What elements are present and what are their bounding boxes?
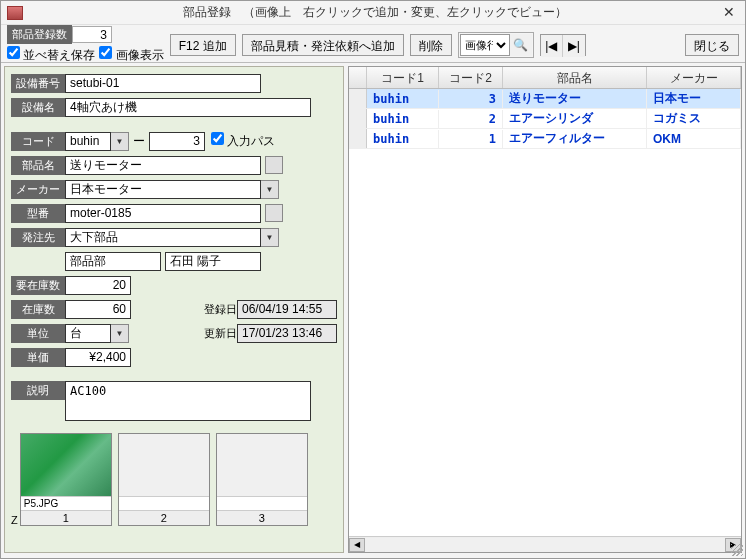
thumbnail-caption	[217, 496, 307, 510]
cell-code1: buhin	[367, 110, 439, 128]
code-input[interactable]	[65, 132, 111, 151]
part-name-input[interactable]	[65, 156, 261, 175]
model-input[interactable]	[65, 204, 261, 223]
price-label: 単価	[11, 348, 65, 367]
toolbar: 部品登録数 3 並べ替え保存 画像表示 F12 追加 部品見積・発注依頼へ追加 …	[1, 25, 745, 63]
cell-code2: 3	[439, 90, 503, 108]
thumbnail-image[interactable]	[119, 434, 209, 496]
grid-panel: コード1 コード2 部品名 メーカー buhin3送りモーター日本モーbuhin…	[348, 66, 742, 553]
cell-name: 送りモーター	[503, 89, 647, 109]
resize-grip-icon[interactable]	[731, 544, 743, 556]
unit-input[interactable]	[65, 324, 111, 343]
rowsel-header	[349, 67, 367, 88]
reg-count-value: 3	[72, 26, 112, 43]
thumbnail-caption: P5.JPG	[21, 496, 111, 510]
f12-add-button[interactable]: F12 追加	[170, 34, 236, 56]
thumbnail-item[interactable]: 2	[118, 433, 210, 526]
part-name-lookup-button[interactable]	[265, 156, 283, 174]
grid-body[interactable]: buhin3送りモーター日本モーbuhin2エアーシリンダコガミスbuhin1エ…	[349, 89, 741, 536]
row-selector[interactable]	[349, 89, 367, 108]
model-lookup-button[interactable]	[265, 204, 283, 222]
cell-maker: OKM	[647, 130, 741, 148]
price-input[interactable]	[65, 348, 131, 367]
dept-input[interactable]	[65, 252, 161, 271]
close-button[interactable]: 閉じる	[685, 34, 739, 56]
code2-input[interactable]	[149, 132, 205, 151]
scroll-left-icon[interactable]: ◀	[349, 538, 365, 552]
code1-header[interactable]: コード1	[367, 67, 439, 88]
cell-maker: コガミス	[647, 108, 741, 129]
thumbnail-image[interactable]	[21, 434, 111, 496]
cell-code2: 1	[439, 130, 503, 148]
image-display-checkbox[interactable]: 画像表示	[99, 46, 163, 64]
thumbnail-image[interactable]	[217, 434, 307, 496]
image-row-combo[interactable]: 画像行	[460, 34, 510, 56]
row-selector[interactable]	[349, 109, 367, 128]
grid-header: コード1 コード2 部品名 メーカー	[349, 67, 741, 89]
reg-date-field	[237, 300, 337, 319]
stock-input[interactable]	[65, 300, 131, 319]
equipment-no-input[interactable]	[65, 74, 261, 93]
thumbnail-number: 3	[217, 510, 307, 525]
maker-header[interactable]: メーカー	[647, 67, 741, 88]
upd-date-label: 更新日	[204, 326, 237, 341]
horizontal-scrollbar[interactable]: ◀ ▶	[349, 536, 741, 552]
cell-code1: buhin	[367, 90, 439, 108]
stock-label: 在庫数	[11, 300, 65, 319]
req-stock-input[interactable]	[65, 276, 131, 295]
titlebar: 部品登録 （画像上 右クリックで追加・変更、左クリックでビュー） ✕	[1, 1, 745, 25]
table-row[interactable]: buhin1エアーフィルターOKM	[349, 129, 741, 149]
model-label: 型番	[11, 204, 65, 223]
app-icon	[7, 6, 23, 20]
maker-input[interactable]	[65, 180, 261, 199]
estimate-order-add-button[interactable]: 部品見積・発注依頼へ追加	[242, 34, 404, 56]
order-to-label: 発注先	[11, 228, 65, 247]
table-row[interactable]: buhin3送りモーター日本モー	[349, 89, 741, 109]
last-record-icon[interactable]: ▶|	[563, 35, 585, 57]
table-row[interactable]: buhin2エアーシリンダコガミス	[349, 109, 741, 129]
desc-textarea[interactable]: AC100	[65, 381, 311, 421]
unit-label: 単位	[11, 324, 65, 343]
delete-button[interactable]: 削除	[410, 34, 452, 56]
equipment-name-input[interactable]	[65, 98, 311, 117]
unit-dropdown-icon[interactable]: ▼	[111, 324, 129, 343]
cell-name: エアーフィルター	[503, 128, 647, 149]
order-to-dropdown-icon[interactable]: ▼	[261, 228, 279, 247]
reg-count-label: 部品登録数	[7, 25, 72, 44]
name-header[interactable]: 部品名	[503, 67, 647, 88]
sort-save-checkbox[interactable]: 並べ替え保存	[7, 46, 95, 64]
preview-icon[interactable]: 🔍	[510, 34, 532, 56]
thumbnail-number: 1	[21, 510, 111, 525]
cell-name: エアーシリンダ	[503, 108, 647, 129]
detail-form: 設備番号 設備名 コード ▼ ー 入力パス 部品名	[4, 66, 344, 553]
maker-label: メーカー	[11, 180, 65, 199]
code-label: コード	[11, 132, 65, 151]
thumbnail-item[interactable]: P5.JPG1	[20, 433, 112, 526]
cell-maker: 日本モー	[647, 89, 741, 109]
equipment-name-label: 設備名	[11, 98, 65, 117]
person-input[interactable]	[165, 252, 261, 271]
input-path-checkbox[interactable]: 入力パス	[211, 132, 275, 150]
record-nav: |◀ ▶|	[540, 34, 586, 56]
reg-date-label: 登録日	[204, 302, 237, 317]
split-pane: 設備番号 設備名 コード ▼ ー 入力パス 部品名	[1, 63, 745, 556]
maker-dropdown-icon[interactable]: ▼	[261, 180, 279, 199]
code2-header[interactable]: コード2	[439, 67, 503, 88]
req-stock-label: 要在庫数	[11, 276, 65, 295]
equipment-no-label: 設備番号	[11, 74, 65, 93]
thumbnail-item[interactable]: 3	[216, 433, 308, 526]
window-title: 部品登録 （画像上 右クリックで追加・変更、左クリックでビュー）	[31, 4, 719, 21]
app-window: 部品登録 （画像上 右クリックで追加・変更、左クリックでビュー） ✕ 部品登録数…	[0, 0, 746, 559]
order-to-input[interactable]	[65, 228, 261, 247]
desc-label: 説明	[11, 381, 65, 400]
row-selector[interactable]	[349, 129, 367, 148]
z-label: Z	[11, 514, 18, 526]
code-dropdown-icon[interactable]: ▼	[111, 132, 129, 151]
thumbnail-caption	[119, 496, 209, 510]
cell-code1: buhin	[367, 130, 439, 148]
thumbnail-strip: P5.JPG123	[20, 433, 308, 526]
close-icon[interactable]: ✕	[719, 4, 739, 22]
first-record-icon[interactable]: |◀	[541, 35, 563, 57]
parts-grid: コード1 コード2 部品名 メーカー buhin3送りモーター日本モーbuhin…	[348, 66, 742, 553]
part-name-label: 部品名	[11, 156, 65, 175]
